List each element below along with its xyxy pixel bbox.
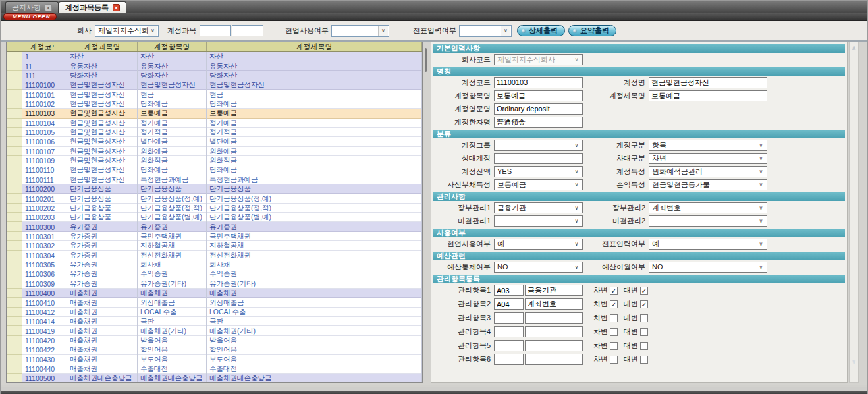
row-selector-cell[interactable]	[7, 222, 22, 231]
row-selector-cell[interactable]	[7, 355, 22, 364]
account-hanja-name-field[interactable]	[494, 117, 583, 128]
management-item-name-input[interactable]	[525, 312, 583, 324]
table-row[interactable]: 11 유동자산 유동자산 유동자산	[7, 61, 422, 70]
profit-loss-attribute-select[interactable]: 현금및현금등가물∨	[649, 179, 767, 190]
table-row[interactable]: 11100200 단기금융상품 단기금융상품 단기금융상품	[7, 184, 422, 194]
row-selector-cell[interactable]	[7, 326, 22, 335]
table-row[interactable]: 11100102 현금및현금성자산 당좌예금 당좌예금	[7, 99, 422, 109]
pending-management1-select[interactable]: ∨	[494, 215, 583, 227]
business-use-select[interactable]: ∨	[331, 25, 389, 37]
table-row[interactable]: 11100107 현금및현금성자산 외화예금 외화예금	[7, 147, 422, 156]
close-icon[interactable]: ×	[113, 4, 120, 11]
management-item-name-input[interactable]	[525, 354, 583, 365]
table-row[interactable]: 11100202 단기금융상품 단기금융상품(정,적) 단기금융상품(정,적)	[7, 204, 422, 213]
grid-scrollbar-thumb[interactable]	[425, 48, 427, 72]
form-scrollbar[interactable]: ∧ ∨	[849, 42, 859, 383]
detail-print-button[interactable]: 상세출력	[517, 25, 565, 36]
table-row[interactable]: 11100201 단기금융상품 단기금융상품(정,예) 단기금융상품(정,예)	[7, 194, 422, 203]
management-item-name-input[interactable]	[525, 340, 583, 351]
row-selector-cell[interactable]	[7, 119, 22, 128]
row-selector-cell[interactable]	[7, 336, 22, 345]
credit-checkbox[interactable]	[640, 314, 648, 322]
management-item-code-input[interactable]	[494, 298, 524, 310]
row-selector-cell[interactable]	[7, 269, 22, 279]
account-detail-name-field[interactable]	[649, 90, 767, 101]
row-selector-cell[interactable]	[7, 232, 22, 241]
row-selector-cell[interactable]	[7, 298, 22, 307]
table-row[interactable]: 11100309 유가증권 유가증권(기타) 유가증권(기타)	[7, 279, 422, 289]
row-selector-cell[interactable]	[7, 175, 22, 184]
table-row[interactable]: 11100422 매출채권 할인어음 할인어음	[7, 345, 422, 354]
management-item-code-input[interactable]	[494, 354, 524, 365]
row-selector-cell[interactable]	[7, 156, 22, 165]
table-row[interactable]: 11100306 유가증권 수익증권 수익증권	[7, 269, 422, 279]
row-selector-cell[interactable]	[7, 213, 22, 222]
row-selector-cell[interactable]	[7, 308, 22, 317]
table-row[interactable]: 11100400 매출채권 매출채권 매출채권	[7, 289, 422, 298]
menu-open-button[interactable]: MENU OPEN	[3, 13, 57, 20]
table-row[interactable]: 11100420 매출채권 받을어음 받을어음	[7, 336, 422, 345]
tab-notice[interactable]: 공지사항 ×	[5, 1, 59, 13]
row-selector-cell[interactable]	[7, 99, 22, 109]
management-item-code-input[interactable]	[494, 285, 524, 296]
table-row[interactable]: 11100440 매출채권 수출대전 수출대전	[7, 364, 422, 374]
counter-account-field[interactable]	[494, 153, 583, 164]
table-row[interactable]: 11100305 유가증권 회사채 회사채	[7, 260, 422, 269]
row-selector-cell[interactable]	[7, 137, 22, 146]
table-row[interactable]: 11100109 현금및현금성자산 외화적금 외화적금	[7, 156, 422, 165]
account-balance-select[interactable]: YES∨	[494, 166, 583, 177]
budget-carryover-select[interactable]: NO∨	[649, 262, 767, 273]
table-row[interactable]: 11100100 현금및현금성자산 현금및현금성자산 현금및현금성자산	[7, 80, 422, 90]
debit-checkbox[interactable]	[610, 314, 618, 322]
slip-entry-select[interactable]: ∨	[459, 25, 512, 37]
table-row[interactable]: 11100430 매출채권 부도어음 부도어음	[7, 355, 422, 364]
book-management1-select[interactable]: 금융기관∨	[494, 202, 583, 213]
row-selector-cell[interactable]	[7, 90, 22, 99]
slip-entry-form-select[interactable]: 예∨	[649, 239, 767, 250]
grid-scrollbar[interactable]	[423, 42, 429, 383]
table-row[interactable]: 11100419 매출채권 매출채권(기타) 매출채권(기타)	[7, 326, 422, 335]
row-selector-cell[interactable]	[7, 251, 22, 260]
account-item-name-field[interactable]	[494, 90, 583, 101]
account-name-search-input[interactable]	[232, 25, 263, 36]
table-row[interactable]: 11100301 유가증권 국민주택채권 국민주택채권	[7, 232, 422, 241]
debit-credit-division-select[interactable]: 차변∨	[649, 153, 767, 164]
account-attribute-select[interactable]: 원화예적금관리∨	[649, 166, 767, 177]
account-division-select[interactable]: 항목∨	[649, 140, 767, 151]
table-row[interactable]: 11100302 유가증권 지하철공채 지하철공채	[7, 241, 422, 250]
table-row[interactable]: 11100414 매출채권 국판 국판	[7, 317, 422, 326]
row-selector-cell[interactable]	[7, 241, 22, 250]
row-selector-cell[interactable]	[7, 204, 22, 213]
credit-checkbox[interactable]	[640, 356, 648, 364]
management-item-code-input[interactable]	[494, 340, 524, 351]
credit-checkbox[interactable]	[640, 342, 648, 350]
table-row[interactable]: 11100412 매출채권 LOCAL수출 LOCAL수출	[7, 308, 422, 317]
table-row[interactable]: 11100103 현금및현금성자산 보통예금 보통예금	[7, 109, 422, 118]
management-item-name-input[interactable]	[525, 285, 583, 296]
row-selector-cell[interactable]	[7, 317, 22, 326]
table-row[interactable]: 11100111 현금및현금성자산 특정현금과예금 특정현금과예금	[7, 175, 422, 184]
row-selector-cell[interactable]	[7, 128, 22, 137]
table-row[interactable]: 11100101 현금및현금성자산 현금 현금	[7, 90, 422, 99]
row-selector-cell[interactable]	[7, 289, 22, 298]
company-code-select[interactable]: 제일저지주식회사 ∨	[494, 54, 583, 65]
management-item-code-input[interactable]	[494, 312, 524, 324]
row-selector-cell[interactable]	[7, 260, 22, 269]
row-selector-cell[interactable]	[7, 109, 22, 118]
close-icon[interactable]: ×	[45, 4, 52, 11]
management-item-code-input[interactable]	[494, 326, 524, 337]
table-row[interactable]: 11100104 현금및현금성자산 정기예금 정기예금	[7, 119, 422, 128]
scroll-down-icon[interactable]: ∨	[850, 358, 858, 365]
table-row[interactable]: 11100106 현금및현금성자산 별단예금 별단예금	[7, 137, 422, 146]
budget-control-select[interactable]: NO∨	[494, 262, 583, 273]
table-row[interactable]: 11100203 단기금융상품 단기금융상품(별,예) 단기금융상품(별,예)	[7, 213, 422, 222]
scroll-up-icon[interactable]: ∧	[850, 44, 858, 51]
business-use-form-select[interactable]: 예∨	[494, 239, 583, 250]
company-select[interactable]: 제일저지주식회사 ∨	[95, 25, 159, 37]
management-item-name-input[interactable]	[525, 298, 583, 310]
table-row[interactable]: 111 당좌자산 당좌자산 당좌자산	[7, 71, 422, 80]
account-code-field[interactable]	[494, 77, 583, 88]
account-name-field[interactable]	[649, 77, 767, 88]
row-selector-cell[interactable]	[7, 71, 22, 80]
debit-checkbox[interactable]	[610, 328, 618, 336]
